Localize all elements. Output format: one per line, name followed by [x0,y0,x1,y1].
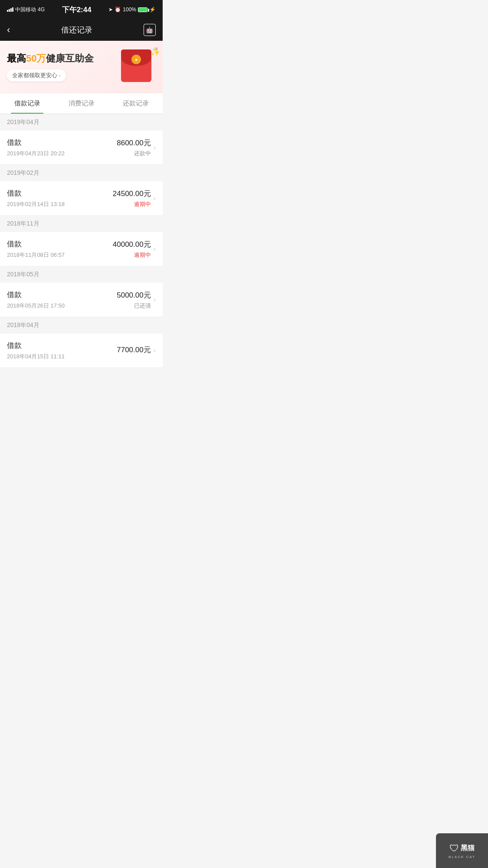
record-item-1[interactable]: 借款 2019年04月23日 20:22 8600.00元 还款中 › [0,131,163,165]
banner-amount: 50万 [26,53,46,64]
record-left-1: 借款 2019年04月23日 20:22 [7,138,65,157]
record-status-4: 已还清 [117,302,151,310]
record-amount-4: 5000.00元 [117,290,151,300]
record-info-1: 8600.00元 还款中 [117,138,151,157]
record-item-3[interactable]: 借款 2018年11月08日 06:57 40000.00元 逾期中 › [0,232,163,266]
battery-icon [138,7,147,12]
battery-percent: 100% [123,7,136,13]
record-amount-5: 7700.00元 [117,345,151,355]
tab-consume-label: 消费记录 [69,99,95,107]
record-right-5: 7700.00元 › [117,345,156,357]
section-header-2: 2019年02月 [0,165,163,181]
record-item-4[interactable]: 借款 2018年05月26日 17:50 5000.00元 已还清 › [0,283,163,317]
banner-prefix: 最高 [7,53,26,64]
carrier-label: 中国移动 [15,6,36,13]
tabs-container: 借款记录 消费记录 还款记录 [0,93,163,114]
tab-borrow-label: 借款记录 [14,99,40,107]
record-right-2: 24500.00元 逾期中 › [113,189,156,208]
tab-repay-label: 还款记录 [123,99,149,107]
tab-consume[interactable]: 消费记录 [54,93,108,114]
location-icon: ➤ [108,7,113,13]
section-header-3: 2018年11月 [0,216,163,232]
section-header-5: 2018年04月 [0,317,163,334]
banner-arrow-icon: › [59,73,61,78]
section-period-5: 2018年04月 [7,321,39,328]
section-period-1: 2019年04月 [7,118,39,125]
chat-button[interactable]: 🤖 [144,24,156,36]
record-left-2: 借款 2019年02月14日 13:18 [7,188,65,208]
record-left-5: 借款 2018年04月15日 11:11 [7,341,65,360]
section-header-1: 2019年04月 [0,114,163,131]
record-item-2[interactable]: 借款 2019年02月14日 13:18 24500.00元 逾期中 › [0,181,163,216]
chevron-icon-5: › [154,347,156,354]
banner: 最高50万健康互助金 全家都领取更安心 › ● ✨ × [0,41,163,93]
record-type-4: 借款 [7,290,65,300]
status-right: ➤ ⏰ 100% ⚡ [108,7,156,13]
status-time: 下午2:44 [62,5,92,15]
tab-repay[interactable]: 还款记录 [108,93,163,114]
record-date-3: 2018年11月08日 06:57 [7,251,65,259]
record-type-3: 借款 [7,239,65,249]
page-title: 借还记录 [61,25,92,35]
chat-icon: 🤖 [146,26,153,33]
status-bar: 中国移动 4G 下午2:44 ➤ ⏰ 100% ⚡ [0,0,163,19]
record-info-5: 7700.00元 [117,345,151,357]
record-status-2: 逾期中 [113,200,151,208]
record-left-4: 借款 2018年05月26日 17:50 [7,290,65,310]
banner-image: ● ✨ [121,49,156,84]
banner-button-text: 全家都领取更安心 [12,72,57,79]
chevron-icon-2: › [154,194,156,202]
record-date-1: 2019年04月23日 20:22 [7,150,65,157]
back-button[interactable]: ‹ [7,24,10,36]
tab-borrow[interactable]: 借款记录 [0,93,54,114]
chevron-icon-4: › [154,296,156,304]
record-info-4: 5000.00元 已还清 [117,290,151,310]
record-right-3: 40000.00元 逾期中 › [113,239,156,259]
signal-icon [7,7,13,12]
record-date-4: 2018年05月26日 17:50 [7,302,65,310]
network-label: 4G [38,7,45,13]
record-status-1: 还款中 [117,150,151,157]
chevron-icon-1: › [154,144,156,151]
record-amount-3: 40000.00元 [113,239,151,249]
section-period-4: 2018年05月 [7,271,39,278]
record-type-5: 借款 [7,341,65,350]
record-item-5[interactable]: 借款 2018年04月15日 11:11 7700.00元 › [0,334,163,368]
charging-icon: ⚡ [149,7,156,13]
section-period-2: 2019年02月 [7,169,39,176]
record-amount-1: 8600.00元 [117,138,151,148]
envelope-circle: ● [131,55,141,64]
record-right-4: 5000.00元 已还清 › [117,290,156,310]
record-type-1: 借款 [7,138,65,147]
banner-button[interactable]: 全家都领取更安心 › [7,69,66,82]
section-period-3: 2018年11月 [7,220,39,227]
red-envelope-icon: ● [121,49,151,82]
banner-content: 最高50万健康互助金 全家都领取更安心 › [7,52,117,82]
record-status-3: 逾期中 [113,251,151,259]
record-amount-2: 24500.00元 [113,189,151,199]
banner-close-button[interactable]: × [154,45,158,53]
record-info-3: 40000.00元 逾期中 [113,239,151,259]
banner-title: 最高50万健康互助金 [7,52,117,65]
nav-bar: ‹ 借还记录 🤖 [0,19,163,41]
section-header-4: 2018年05月 [0,266,163,283]
record-right-1: 8600.00元 还款中 › [117,138,156,157]
alarm-icon: ⏰ [115,7,121,13]
record-type-2: 借款 [7,188,65,198]
record-date-2: 2019年02月14日 13:18 [7,200,65,208]
banner-suffix: 健康互助金 [46,53,94,64]
record-info-2: 24500.00元 逾期中 [113,189,151,208]
record-left-3: 借款 2018年11月08日 06:57 [7,239,65,259]
chevron-icon-3: › [154,245,156,253]
record-date-5: 2018年04月15日 11:11 [7,353,65,360]
status-left: 中国移动 4G [7,6,45,13]
